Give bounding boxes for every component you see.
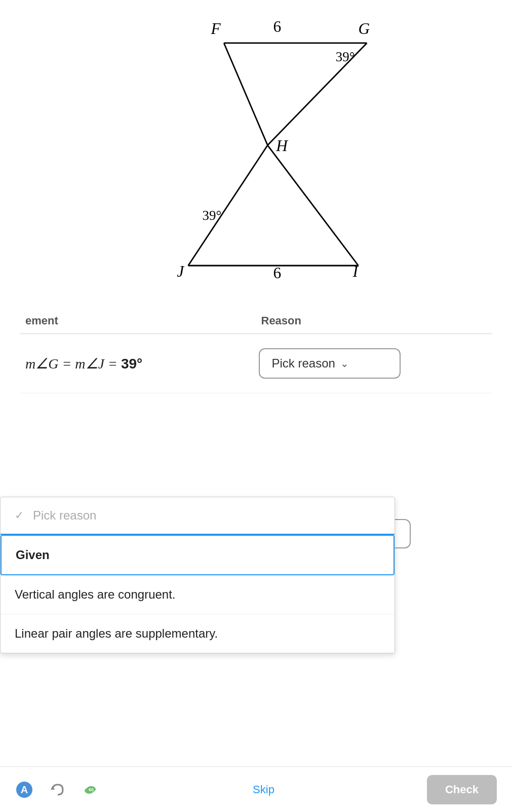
label-G: G [358,20,370,38]
diagram-area: F 6 G 39° H 39° J 6 I [0,0,512,304]
geometry-diagram: F 6 G 39° H 39° J 6 I [114,10,398,294]
dropdown-item-vertical[interactable]: Vertical angles are congruent. [1,575,395,614]
angle-top-39: 39° [335,49,355,64]
toolbar-left: A 60 [15,781,100,799]
svg-text:A: A [21,784,28,795]
label-bottom-6: 6 [273,264,281,282]
header-reason: Reason [256,314,492,327]
bottom-toolbar: A 60 Skip Check [0,766,512,812]
dropdown-item-given[interactable]: Given [1,535,395,575]
label-J: J [177,263,185,280]
toolbar-icon-a[interactable]: A [15,781,33,799]
reason-cell-1: Pick reason ⌄ [259,348,492,379]
label-F: F [210,20,221,38]
dropdown-linear-label: Linear pair angles are supplementary. [15,626,218,640]
dropdown-placeholder-text: Pick reason [33,508,96,523]
undo-icon [49,781,67,799]
proof-table: ement Reason m∠G = m∠J = 39° Pick reason… [0,314,512,563]
svg-line-4 [188,145,267,266]
skip-button[interactable]: Skip [253,783,274,796]
dropdown-placeholder-row: ✓ Pick reason [1,497,395,535]
label-H: H [275,137,289,155]
statement-1: m∠G = m∠J = 39° [25,355,259,372]
chevron-down-icon: ⌄ [340,357,349,370]
toolbar-icon-undo[interactable] [49,781,67,799]
toolbar-icon-coins[interactable]: 60 [82,781,100,799]
label-top-6: 6 [273,18,281,35]
dropdown-item-linear[interactable]: Linear pair angles are supplementary. [1,614,395,653]
table-row-1: m∠G = m∠J = 39° Pick reason ⌄ [20,334,492,393]
svg-text:60: 60 [89,787,94,792]
pick-reason-button[interactable]: Pick reason ⌄ [259,348,401,379]
dropdown-vertical-label: Vertical angles are congruent. [15,587,176,601]
check-button[interactable]: Check [427,775,497,804]
table-header: ement Reason [20,314,492,334]
header-statement: ement [20,314,256,327]
svg-line-1 [224,43,267,145]
svg-line-2 [267,43,367,145]
coins-icon: 60 [82,781,100,799]
pick-reason-label: Pick reason [272,356,335,371]
angle-bottom-39: 39° [202,208,221,223]
check-icon: ✓ [15,509,24,522]
dropdown-given-label: Given [16,548,50,562]
svg-line-5 [267,145,358,266]
a-icon: A [15,781,33,799]
reason-dropdown[interactable]: ✓ Pick reason Given Vertical angles are … [0,497,395,653]
